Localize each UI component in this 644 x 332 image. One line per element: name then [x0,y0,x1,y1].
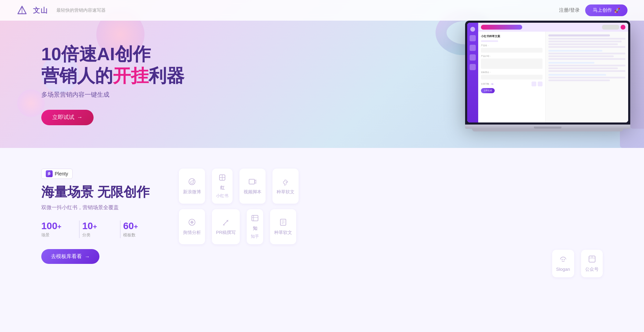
laptop-result-panel [546,32,628,122]
plenty-text: Plenty [55,171,68,176]
hero-subtitle: 多场景营销内容一键生成 [41,90,281,99]
zhihu-icon [251,214,259,223]
laptop-topbar [478,23,628,32]
svg-point-4 [193,180,194,181]
stat-categories: 10+ 分类 [82,221,117,238]
scene-card-pr-label: PR稿撰写 [216,229,236,236]
scene-card-video-label: 视频脚本 [244,189,261,195]
scene-card-weibo-label: 新浪微博 [183,189,201,195]
stat-label-templates: 模板数 [123,232,158,238]
scene-card-grass-tiktok[interactable]: 种草软文 [272,169,299,204]
login-button[interactable]: 注册/登录 [559,7,580,13]
laptop-inner: 小红书种草文案 产品名： 产品介绍： 目标受众： 文章字数：1k [467,23,628,122]
hero-title-1: 10倍速AI创作 [41,43,281,65]
wechat-icon [588,255,596,264]
laptop-body: 小红书种草文案 产品名： 产品介绍： 目标受众： 文章字数：1k [478,32,628,122]
try-button[interactable]: 立即试试 → [41,110,94,125]
scene-cards-row-1: 新浪微博 红 小红书 [179,169,603,204]
video-icon [248,178,257,187]
scene-card-weibo[interactable]: 新浪微博 [179,169,205,204]
stat-templates: 60+ 模板数 [123,221,158,238]
scene-card-wechat[interactable]: 公众号 [581,250,603,277]
logo-tagline: 最轻快的营销内容速写器 [56,7,106,13]
laptop-base [465,125,630,129]
laptop-mockup: 小红书种草文案 产品名： 产品介绍： 目标受众： 文章字数：1k [465,21,630,131]
scene-card-zhihu-sub: 知乎 [251,234,259,239]
plenty-icon: 多 [46,170,53,177]
laptop-sidebar [467,23,478,122]
laptop-main-area: 小红书种草文案 产品名： 产品介绍： 目标受众： 文章字数：1k [478,23,628,122]
arrow-right-icon: → [85,254,90,259]
svg-point-18 [561,259,562,260]
scene-card-video[interactable]: 视频脚本 [239,169,266,204]
scene-card-grass-label-1: 种草软文 [277,189,294,195]
scene-card-yuqing-label: 舆情分析 [183,229,201,236]
header-left: 文山 最轻快的营销内容速写器 [17,5,106,16]
svg-point-3 [189,179,195,185]
plenty-badge: 多 Plenty [41,169,73,179]
scene-cards-row-3: Slogan 公众号 [179,250,603,277]
scene-cards-row-2: 舆情分析 PR稿撰写 [179,209,603,244]
stat-divider-1 [79,221,79,238]
hero-title-2: 营销人的开挂利器 [41,65,281,86]
scene-card-xiaohongshu-label: 小红书 [216,193,228,199]
features-left: 多 Plenty 海量场景 无限创作 双微一抖小红书，营销场景全覆盖 100+ … [41,169,158,277]
features-right: 新浪微博 红 小红书 [179,169,603,277]
yuqing-icon [188,218,196,227]
stat-scenes: 100+ 场景 [41,221,76,238]
scene-card-zhihu[interactable]: 知 知乎 [247,209,263,244]
generate-btn[interactable]: 立即生成 [481,88,495,93]
features-section: 多 Plenty 海量场景 无限创作 双微一抖小红书，营销场景全覆盖 100+ … [0,148,644,332]
scene-card-slogan-label: Slogan [556,267,570,272]
scene-card-pr[interactable]: PR稿撰写 [212,209,240,244]
pr-icon [222,218,230,227]
slogan-icon [559,255,567,265]
logo-icon [17,5,28,16]
stat-number-scenes: 100+ [41,221,76,232]
stat-label-scenes: 场景 [41,232,76,238]
scene-card-xiaohongshu[interactable]: 红 小红书 [212,169,233,204]
svg-rect-11 [252,215,258,221]
laptop-screen: 小红书种草文案 产品名： 产品介绍： 目标受众： 文章字数：1k [465,21,630,125]
stats-row: 100+ 场景 10+ 分类 60+ 模板数 [41,221,158,238]
arrow-icon: → [77,114,83,120]
template-library-button[interactable]: 去模板库看看 → [41,249,99,264]
svg-rect-8 [249,179,255,184]
laptop-foot [472,129,623,131]
header-right: 注册/登录 马上创作 🚀 [559,4,627,16]
article-icon [279,218,287,227]
hero-section: 10倍速AI创作 营销人的开挂利器 多场景营销内容一键生成 立即试试 → [0,0,644,148]
hero-content: 10倍速AI创作 营销人的开挂利器 多场景营销内容一键生成 立即试试 → [0,23,322,146]
rocket-icon: 🚀 [614,8,620,13]
xiaohongshu-icon [218,173,226,183]
features-inner: 多 Plenty 海量场景 无限创作 双微一抖小红书，营销场景全覆盖 100+ … [41,169,603,277]
svg-point-19 [564,259,565,260]
stat-divider-2 [120,221,120,238]
scene-card-slogan[interactable]: Slogan [552,250,574,277]
scene-card-yuqing[interactable]: 舆情分析 [179,209,205,244]
header: 文山 最轻快的营销内容速写器 注册/登录 马上创作 🚀 [0,0,644,21]
stat-number-categories: 10+ [82,221,117,232]
scene-card-wechat-label: 公众号 [585,266,599,272]
scene-card-xiaohongshu-char: 红 [220,185,225,191]
features-subtitle: 双微一抖小红书，营销场景全覆盖 [41,204,158,211]
features-title: 海量场景 无限创作 [41,184,158,200]
create-button[interactable]: 马上创作 🚀 [585,4,627,16]
scene-card-grass-label-2: 种草软文 [274,229,292,236]
stat-number-templates: 60+ [123,221,158,232]
laptop-form-panel: 小红书种草文案 产品名： 产品介绍： 目标受众： 文章字数：1k [478,32,546,122]
logo-text: 文山 [33,6,48,15]
weibo-icon [188,178,196,187]
scene-card-grass-article[interactable]: 种草软文 [270,209,296,244]
tiktok-icon [281,178,290,187]
scene-card-zhihu-char: 知 [253,225,257,232]
stat-label-categories: 分类 [82,232,117,238]
